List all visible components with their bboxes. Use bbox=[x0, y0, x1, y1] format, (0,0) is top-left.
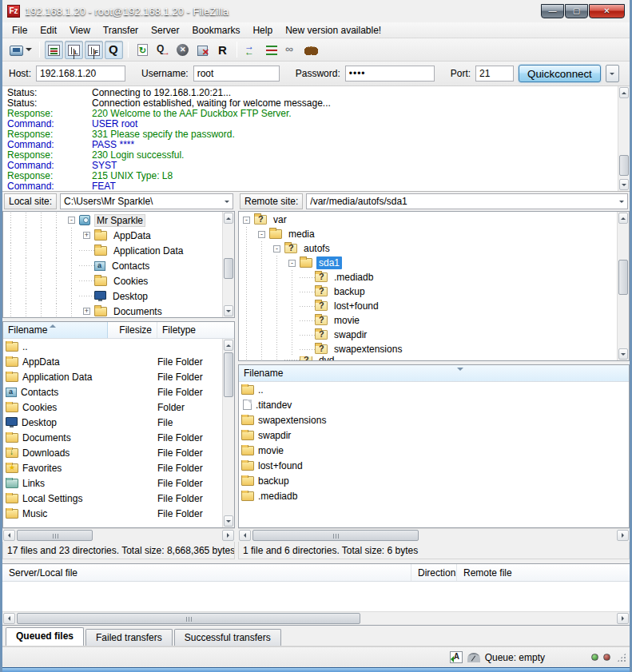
refresh-button[interactable] bbox=[133, 41, 152, 59]
tree-expand-toggle[interactable]: + bbox=[83, 232, 90, 239]
file-row[interactable]: swapextensions bbox=[239, 412, 629, 427]
tree-collapse-toggle[interactable]: - bbox=[258, 231, 265, 238]
transfer-type-icon[interactable] bbox=[450, 651, 463, 663]
file-row[interactable]: .. bbox=[239, 382, 629, 397]
file-row[interactable]: LinksFile Folder bbox=[3, 475, 222, 491]
file-row[interactable]: DesktopFile bbox=[3, 415, 222, 430]
toggle-message-log-button[interactable] bbox=[45, 41, 63, 59]
tree-item[interactable]: +AppData bbox=[3, 228, 221, 243]
scroll-up-button[interactable] bbox=[224, 213, 233, 224]
column-header-server-local-file[interactable]: Server/Local file bbox=[2, 564, 411, 581]
scroll-down-button[interactable] bbox=[618, 348, 628, 360]
scroll-up-button[interactable] bbox=[618, 213, 628, 224]
local-tree-scrollbar[interactable] bbox=[222, 212, 234, 317]
file-row[interactable]: Local SettingsFile Folder bbox=[3, 491, 222, 506]
queue-hscroll-thumb[interactable] bbox=[17, 613, 360, 624]
directory-listing-filters-button[interactable] bbox=[262, 41, 280, 59]
host-input[interactable] bbox=[36, 66, 125, 82]
toggle-remote-tree-button[interactable] bbox=[85, 41, 103, 59]
file-row[interactable]: .titandev bbox=[239, 397, 629, 412]
menu-item-file[interactable]: File bbox=[6, 23, 34, 38]
log-scrollbar[interactable] bbox=[618, 86, 630, 191]
local-tree-scroll-thumb[interactable] bbox=[224, 258, 233, 279]
file-row[interactable]: backup bbox=[239, 473, 629, 488]
disconnect-button[interactable] bbox=[193, 41, 212, 59]
menu-item-view[interactable]: View bbox=[63, 23, 97, 38]
scroll-up-button[interactable] bbox=[224, 340, 233, 351]
tree-item[interactable]: Desktop bbox=[3, 288, 221, 304]
tree-item[interactable]: -media bbox=[239, 227, 616, 241]
find-files-button[interactable] bbox=[302, 41, 320, 59]
tree-item[interactable]: swapdir bbox=[239, 328, 616, 342]
column-header-filetype[interactable]: Filetype bbox=[157, 322, 234, 338]
file-row[interactable]: CookiesFolder bbox=[3, 400, 222, 415]
column-header-direction[interactable]: Direction bbox=[411, 564, 457, 581]
chevron-down-icon[interactable] bbox=[221, 194, 233, 209]
remote-list-hscrollbar[interactable] bbox=[238, 528, 630, 542]
menu-item-server[interactable]: Server bbox=[145, 23, 185, 38]
scroll-left-button[interactable] bbox=[3, 530, 15, 541]
minimize-button[interactable]: — bbox=[541, 4, 564, 18]
local-list-hscroll-thumb[interactable] bbox=[17, 530, 93, 541]
tab-failed-transfers[interactable]: Failed transfers bbox=[85, 629, 173, 646]
local-path-combobox[interactable]: C:\Users\Mr Sparkle\ bbox=[60, 193, 233, 209]
tab-queued-files[interactable]: Queued files bbox=[6, 627, 84, 646]
file-row[interactable]: .mediadb bbox=[239, 488, 629, 503]
compare-directories-button[interactable] bbox=[242, 41, 260, 59]
scroll-right-button[interactable] bbox=[617, 530, 629, 541]
file-row[interactable]: FavoritesFile Folder bbox=[3, 460, 222, 475]
menu-item-help[interactable]: Help bbox=[246, 23, 279, 38]
tree-item[interactable]: +Documents bbox=[3, 304, 221, 317]
tree-item[interactable]: -autofs bbox=[239, 241, 616, 256]
file-row[interactable]: DocumentsFile Folder bbox=[3, 430, 222, 445]
remote-tree-scrollbar[interactable] bbox=[617, 212, 629, 360]
local-list-hscrollbar[interactable] bbox=[2, 528, 235, 542]
tree-item[interactable]: Cookies bbox=[3, 273, 221, 288]
new-version-notification[interactable]: New version available! bbox=[279, 23, 388, 38]
scroll-down-button[interactable] bbox=[224, 515, 233, 527]
column-header-remote-file[interactable]: Remote file bbox=[457, 564, 630, 581]
scroll-down-button[interactable] bbox=[619, 179, 629, 190]
site-manager-button[interactable] bbox=[7, 41, 34, 59]
remote-path-combobox[interactable]: /var/media/autofs/sda1 bbox=[306, 193, 628, 209]
tree-item[interactable]: dvd bbox=[239, 356, 616, 360]
tree-item[interactable]: -sda1 bbox=[239, 256, 616, 270]
resize-grip[interactable] bbox=[617, 653, 626, 662]
remote-list-hscroll-thumb[interactable] bbox=[252, 530, 419, 541]
tree-item[interactable]: Application Data bbox=[3, 243, 221, 258]
tree-collapse-toggle[interactable]: - bbox=[68, 217, 75, 224]
cancel-operation-button[interactable] bbox=[173, 41, 192, 59]
tree-collapse-toggle[interactable]: - bbox=[243, 217, 250, 224]
speed-limits-icon[interactable] bbox=[467, 653, 480, 662]
quickconnect-dropdown-button[interactable] bbox=[606, 65, 619, 82]
file-row[interactable]: MusicFile Folder bbox=[3, 506, 222, 521]
local-list-scrollbar[interactable] bbox=[222, 339, 234, 527]
queue-hscrollbar[interactable] bbox=[2, 611, 630, 625]
tree-item[interactable]: swapextensions bbox=[239, 342, 616, 356]
menu-item-transfer[interactable]: Transfer bbox=[97, 23, 145, 38]
scroll-right-button[interactable] bbox=[617, 613, 629, 624]
tree-item[interactable]: -Mr Sparkle bbox=[3, 213, 221, 228]
column-header-filename[interactable]: Filename bbox=[3, 322, 108, 338]
log-scroll-thumb[interactable] bbox=[619, 155, 629, 176]
process-queue-button[interactable] bbox=[153, 41, 172, 59]
scroll-up-button[interactable] bbox=[619, 87, 629, 98]
username-input[interactable] bbox=[193, 66, 280, 82]
toggle-local-tree-button[interactable] bbox=[65, 41, 83, 59]
tree-item[interactable]: backup bbox=[239, 284, 616, 299]
column-header-filename[interactable]: Filename bbox=[239, 365, 629, 381]
column-header-filesize[interactable]: Filesize bbox=[108, 322, 157, 338]
file-row[interactable]: swapdir bbox=[239, 427, 629, 443]
local-list-scroll-thumb[interactable] bbox=[224, 352, 233, 397]
remote-tree-scroll-thumb[interactable] bbox=[618, 260, 628, 295]
reconnect-button[interactable] bbox=[213, 41, 232, 59]
port-input[interactable] bbox=[475, 66, 514, 82]
quickconnect-button[interactable]: Quickconnect bbox=[519, 65, 601, 82]
tree-item[interactable]: Contacts bbox=[3, 258, 221, 273]
tree-expand-toggle[interactable]: + bbox=[83, 308, 90, 315]
file-row[interactable]: AppDataFile Folder bbox=[3, 354, 222, 369]
file-row[interactable]: .. bbox=[3, 339, 222, 354]
menu-item-bookmarks[interactable]: Bookmarks bbox=[185, 23, 246, 38]
chevron-down-icon[interactable] bbox=[615, 194, 627, 209]
scroll-down-button[interactable] bbox=[224, 305, 233, 316]
